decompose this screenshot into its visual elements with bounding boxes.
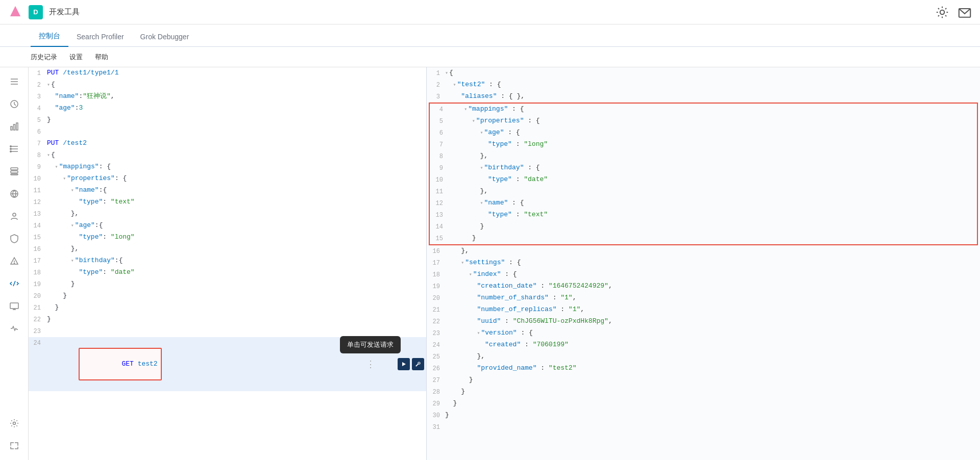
sidebar-icon-heartbeat[interactable] (4, 318, 24, 339)
output-line-7: 7 "type" : "long" (430, 139, 977, 150)
svg-rect-8 (11, 126, 12, 130)
red-box-region: 4 ▾"mappings" : { 5 ▾"properties" : { 6 … (429, 103, 978, 245)
context-menu-dots[interactable]: ⋮ (366, 359, 375, 370)
editor-line-19: 19 } (29, 278, 426, 290)
editor-line-13: 13 }, (29, 208, 426, 220)
editor-line-16: 16 }, (29, 243, 426, 255)
svg-point-22 (13, 213, 16, 216)
svg-point-2 (940, 10, 944, 14)
editor-line-4: 4 "age":3 (29, 103, 426, 114)
svg-point-16 (10, 151, 11, 152)
tab-console[interactable]: 控制台 (31, 27, 68, 47)
settings-btn[interactable]: 设置 (69, 53, 83, 62)
main-layout: 1 PUT /test1/type1/1 2 ▾{ 3 "name":"狂神说"… (0, 67, 980, 460)
editor-line-5: 5 } (29, 114, 426, 126)
output-line-14: 14 } (430, 221, 977, 233)
top-bar-left: D 开发工具 (8, 4, 80, 20)
sidebar-icon-monitor[interactable] (4, 296, 24, 316)
output-line-31: 31 (427, 421, 980, 433)
app-avatar: D (29, 5, 43, 19)
output-line-26: 26 "provided_name" : "test2" (427, 363, 980, 374)
output-line-13: 13 "type" : "text" (430, 209, 977, 221)
sidebar-icon-clock[interactable] (4, 94, 24, 114)
output-line-27: 27 } (427, 374, 980, 386)
top-bar-right (935, 5, 972, 19)
output-line-20: 20 "number_of_shards" : "1", (427, 292, 980, 304)
svg-marker-30 (402, 362, 406, 366)
editor-line-17: 17 ▾"birthday":{ (29, 255, 426, 267)
app-title: 开发工具 (49, 7, 80, 17)
sidebar-icon-settings[interactable] (4, 413, 24, 433)
editor-line-22: 22 } (29, 314, 426, 325)
editor-line-21: 21 } (29, 302, 426, 314)
editor-line-14: 14 ▾"age":{ (29, 220, 426, 232)
sidebar-icon-devtools[interactable] (4, 273, 24, 294)
editor-line-24[interactable]: 24 GET test2 ⋮ 单击可发送请求 (29, 337, 426, 391)
svg-rect-19 (11, 174, 18, 175)
editor-line-9: 9 ▾"mappings": { (29, 161, 426, 173)
history-btn[interactable]: 历史记录 (31, 53, 57, 62)
svg-rect-26 (10, 303, 18, 309)
line-action-buttons (398, 358, 424, 370)
output-line-25: 25 }, (427, 351, 980, 363)
output-line-22: 22 "uuid" : "ChJG56WlTU-ozPxdHk8Rpg", (427, 316, 980, 327)
output-line-2: 2 ▾"test2" : { (427, 79, 980, 91)
output-line-11: 11 }, (430, 186, 977, 197)
tab-grok-debugger[interactable]: Grok Debugger (132, 28, 198, 47)
mail-icon[interactable] (958, 5, 972, 19)
svg-marker-1 (10, 6, 20, 16)
svg-line-25 (13, 281, 15, 286)
editor-line-10: 10 ▾"properties": { (29, 173, 426, 185)
sidebar-icon-chart[interactable] (4, 116, 24, 137)
output-line-5: 5 ▾"properties" : { (430, 115, 977, 127)
editor-line-7: 7 PUT /test2 (29, 138, 426, 149)
sidebar-icon-expand[interactable] (4, 436, 24, 456)
svg-point-14 (10, 146, 11, 147)
output-content: 1 ▾{ 2 ▾"test2" : { 3 "aliases" : { }, 4… (427, 67, 980, 433)
editor-area[interactable]: 1 PUT /test1/type1/1 2 ▾{ 3 "name":"狂神说"… (29, 67, 427, 460)
editor-line-3: 3 "name":"狂神说", (29, 91, 426, 103)
editor-line-1: 1 PUT /test1/type1/1 (29, 67, 426, 79)
help-btn[interactable]: 帮助 (95, 53, 108, 62)
sidebar-icon-list[interactable] (4, 139, 24, 159)
output-line-8: 8 }, (430, 150, 977, 162)
sub-toolbar: 历史记录 设置 帮助 (0, 47, 980, 67)
tab-search-profiler[interactable]: Search Profiler (68, 28, 132, 47)
editor-line-2: 2 ▾{ (29, 79, 426, 91)
output-line-23: 23 ▾"version" : { (427, 327, 980, 339)
kibana-logo-icon (8, 4, 22, 20)
svg-rect-18 (11, 171, 18, 173)
sidebar-icon-collapse[interactable] (4, 71, 24, 92)
output-line-24: 24 "created" : "7060199" (427, 339, 980, 351)
svg-rect-9 (13, 124, 15, 130)
editor-line-11: 11 ▾"name":{ (29, 185, 426, 196)
output-line-28: 28 } (427, 386, 980, 398)
output-line-1: 1 ▾{ (427, 67, 980, 79)
sidebar-icon-alert[interactable] (4, 251, 24, 271)
output-line-6: 6 ▾"age" : { (430, 127, 977, 139)
svg-point-24 (14, 263, 14, 264)
output-line-21: 21 "number_of_replicas" : "1", (427, 304, 980, 316)
svg-point-29 (13, 422, 15, 425)
output-line-30: 30 } (427, 410, 980, 421)
output-area: 1 ▾{ 2 ▾"test2" : { 3 "aliases" : { }, 4… (427, 67, 980, 460)
editor-line-6: 6 (29, 126, 426, 138)
output-line-29: 29 } (427, 398, 980, 410)
sidebar-icon-person[interactable] (4, 206, 24, 226)
sidebar-icon-shield[interactable] (4, 228, 24, 249)
sidebar-icon-stack[interactable] (4, 161, 24, 182)
sidebar (0, 67, 29, 460)
output-line-17: 17 ▾"settings" : { (427, 257, 980, 269)
output-line-12: 12 ▾"name" : { (430, 197, 977, 209)
settings-icon[interactable] (935, 5, 949, 19)
wrench-button[interactable] (412, 358, 424, 370)
editor-line-23: 23 (29, 325, 426, 337)
svg-rect-10 (16, 123, 18, 130)
tab-bar: 控制台 Search Profiler Grok Debugger (0, 24, 980, 47)
editor-line-15: 15 "type": "long" (29, 232, 426, 243)
svg-point-15 (10, 148, 11, 149)
run-request-button[interactable] (398, 358, 410, 370)
sidebar-icon-globe[interactable] (4, 184, 24, 204)
output-line-19: 19 "creation_date" : "1646752424929", (427, 280, 980, 292)
editor-line-18: 18 "type": "date" (29, 267, 426, 278)
